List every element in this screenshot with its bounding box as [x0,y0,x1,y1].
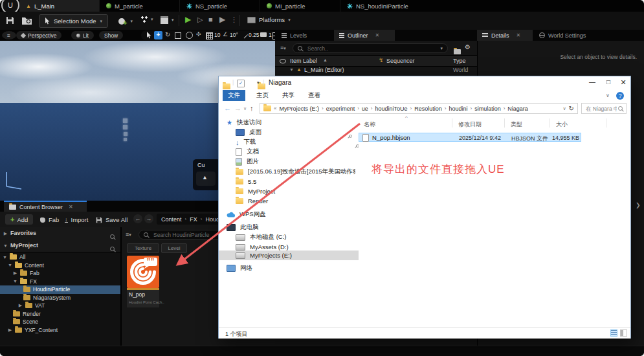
fab-button[interactable]: Fab [40,216,59,223]
sidebar-desktop[interactable]: 桌面 [236,128,261,137]
menu-file[interactable]: 文件 [223,90,245,101]
file-row-npop[interactable]: N_pop.hbjson 2025/12/14 9:42 HBJSON 文件 1… [359,133,581,142]
forward-icon[interactable]: → [234,104,241,112]
filter-chip-level[interactable]: Level [161,243,187,253]
tree-item-vat[interactable]: ▶VAT [0,302,120,310]
sidebar-documents[interactable]: 文档 [236,147,259,157]
column-item-label[interactable]: Item Label [290,58,317,64]
blueprints-button[interactable]: ▾ [141,16,153,23]
show-dropdown[interactable]: Show [99,31,123,39]
explorer-search[interactable] [581,103,627,114]
tab-ns-houdiniparticle[interactable]: NS_houdiniParticle [340,0,431,12]
menu-view[interactable]: 查看 [303,90,326,101]
path-segment[interactable]: experiment [326,106,355,112]
thumbnail-view-icon[interactable] [620,329,627,337]
scale-tool-icon[interactable] [175,32,181,39]
path-segment[interactable]: houdini [449,106,467,112]
sidebar-quick-access[interactable]: ★快速访问 [227,118,261,128]
tab-world-settings[interactable]: World Settings [534,30,605,41]
explorer-titlebar[interactable]: | ✓ ▾ | Niagara — □ ✕ [219,76,630,90]
sidebar-network[interactable]: 网络 [227,263,252,273]
address-breadcrumb[interactable]: « MyProjects (E:)› experiment› ue› houdi… [260,103,578,114]
tree-item-yxf-content[interactable]: ▶YXF_Content [0,326,120,335]
favorites-header[interactable]: ▶ Favorites [0,227,120,240]
tree-item-scene[interactable]: Scene [0,318,120,326]
sidebar-pictures[interactable]: 图片 [236,157,259,166]
search-icon[interactable] [110,247,115,252]
rotate-tool-icon[interactable]: ↻ [165,31,170,38]
file-explorer-window[interactable]: | ✓ ▾ | Niagara — □ ✕ 文件 主页 共享 查看 ∨ ? ← … [218,76,631,339]
camera-speed-value[interactable]: 1 [269,32,272,38]
filter-chip-texture[interactable]: Texture [127,243,159,253]
outliner-row-lmain[interactable]: ▼ ▲ L_Main (Editor) World [275,65,477,74]
column-sequencer[interactable]: Sequencer [386,58,415,64]
asset-filter-icon[interactable]: ≡▾ [126,231,131,238]
qat-chevron-icon[interactable]: ▾ [257,80,260,85]
refresh-icon[interactable]: ↻ [569,105,574,112]
save-icon[interactable] [6,16,14,25]
recent-locations-icon[interactable]: ∨ [243,106,247,111]
lit-dropdown[interactable]: Lit [71,31,94,39]
close-icon[interactable]: ✕ [375,32,380,38]
search-icon[interactable] [110,234,115,239]
column-type[interactable]: Type [453,58,466,64]
new-folder-icon[interactable] [454,49,461,54]
forward-icon[interactable]: → [144,214,153,223]
tree-item-render[interactable]: Render [0,310,120,318]
close-icon[interactable]: ✕ [516,32,521,38]
sidebar-drive-e-selected[interactable]: MyProjects (E:) [219,250,359,260]
gear-icon[interactable]: ⚙ [465,43,471,50]
stop-icon[interactable]: ■ [208,16,213,23]
back-icon[interactable]: ← [224,104,231,112]
expand-arrow-icon[interactable]: ▼ [289,67,294,72]
path-segment[interactable]: simulation [474,106,501,112]
tab-details[interactable]: Details ✕ [477,30,533,41]
column-type[interactable]: 类型 [511,120,522,129]
path-segment[interactable]: ue [362,106,368,112]
path-segment[interactable]: MyProjects (E:) [279,106,319,112]
platforms-dropdown[interactable]: Platforms ▾ [247,16,291,23]
tree-item-houdiniparticle[interactable]: HoudiniParticle [0,285,120,294]
expand-arrow-icon[interactable]: ▶ [3,231,8,236]
browse-content-icon[interactable] [22,16,32,25]
tab-mi-particle[interactable]: MI_particle [260,0,340,12]
sidebar-this-pc[interactable]: 此电脑 [227,223,259,232]
column-divider[interactable] [504,118,505,128]
tab-ns-particle[interactable]: NS_particle [180,0,260,12]
outliner-filter-icon[interactable]: ≡▾ [280,45,286,51]
expand-arrow-icon[interactable]: ▼ [3,243,8,248]
sidebar-expand-icon[interactable]: ❯ [636,202,641,208]
column-divider[interactable] [606,118,606,128]
details-view-icon[interactable] [610,329,617,337]
skip-icon[interactable]: ▷ [197,16,203,24]
breadcrumb-fx[interactable]: FX [190,216,197,223]
sidebar-drive-c[interactable]: 本地磁盘 (C:) [236,232,286,242]
sidebar-folder-55[interactable]: 5.5 [236,177,256,186]
tab-m-particle[interactable]: M_particle [100,0,180,12]
ribbon-expand-icon[interactable]: ∨ [606,93,610,98]
world-space-icon[interactable] [186,32,193,39]
surface-snap-icon[interactable]: ✣ [196,31,201,38]
minimize-button[interactable]: — [585,78,599,85]
breadcrumb-content[interactable]: Content [161,216,182,223]
outliner-search-input[interactable] [306,45,437,52]
add-actor-button[interactable]: +▾ [118,16,133,27]
tree-item-fab[interactable]: ▶Fab [0,269,120,278]
save-all-button[interactable]: Save All [96,216,128,223]
asset-tile-npop[interactable]: ”” N_pop Houdini Point Cach.. [127,256,159,307]
add-button[interactable]: + Add [5,214,33,225]
explorer-search-input[interactable] [584,105,618,113]
select-tool-icon[interactable] [146,32,151,39]
menu-share[interactable]: 共享 [277,90,300,101]
back-icon[interactable]: ← [133,214,142,223]
perspective-dropdown[interactable]: Perspective [16,31,61,39]
cinematics-button[interactable]: ▾ [161,16,174,24]
column-divider[interactable] [550,118,550,128]
scale-snap-value[interactable]: 0.25 [249,32,260,38]
tab-l-main[interactable]: ▲ L_Main [19,0,100,12]
sidebar-folder-render[interactable]: Render [236,196,268,206]
path-segment[interactable]: Niagara [507,106,528,112]
grid-snap-value[interactable]: 10 [214,32,220,38]
column-name[interactable]: 名称 [364,120,375,129]
tree-item-all[interactable]: ▼All [0,253,120,261]
